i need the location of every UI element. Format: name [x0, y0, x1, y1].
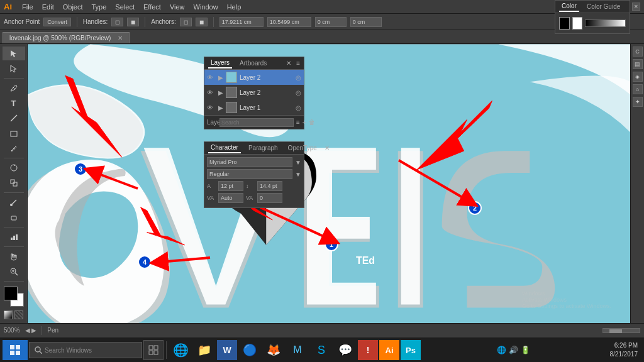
width-input[interactable] [219, 17, 264, 27]
layer-row-layer2-selected[interactable]: 👁 ▶ Layer 2 ◎ [204, 70, 304, 85]
eraser-tool[interactable] [3, 211, 25, 224]
layer-eye-1[interactable]: 👁 [207, 74, 216, 81]
task-view-button[interactable] [143, 340, 164, 360]
pen-tool[interactable] [3, 81, 25, 95]
paragraph-tab[interactable]: Paragraph [246, 143, 280, 153]
scale-tool[interactable] [3, 176, 25, 190]
menu-window[interactable]: Window [190, 2, 222, 12]
direct-selection-tool[interactable] [3, 62, 25, 75]
gradient-fill-icon[interactable] [4, 310, 13, 319]
taskbar-clock[interactable]: 6:26 PM 8/21/2017 [610, 341, 642, 359]
right-panel-icon-5[interactable]: ✦ [633, 97, 643, 107]
chrome-icon[interactable]: 🔵 [238, 340, 261, 360]
font-style-dropdown[interactable]: ▼ [295, 171, 301, 178]
color-tab[interactable]: Color [559, 1, 579, 12]
menu-type[interactable]: Type [88, 2, 111, 12]
start-button[interactable] [3, 340, 28, 360]
zoom-tool[interactable] [3, 265, 25, 278]
font-style-input[interactable] [207, 169, 292, 179]
layer-eye-3[interactable]: 👁 [207, 104, 216, 111]
pencil-tool[interactable] [3, 141, 25, 155]
layers-add-icon[interactable]: + [303, 119, 306, 126]
x-input[interactable] [315, 17, 347, 27]
right-panel-icon-4[interactable]: ⌂ [633, 84, 643, 94]
type-tool[interactable]: T [3, 96, 25, 110]
character-panel-close[interactable]: ✕ [325, 145, 330, 151]
height-input[interactable] [267, 17, 311, 27]
menu-file[interactable]: File [18, 2, 37, 12]
handles-option-2[interactable]: ◼ [127, 18, 139, 26]
graph-tool[interactable] [3, 230, 25, 244]
tab-close-icon[interactable]: ✕ [118, 35, 123, 41]
menu-object[interactable]: Object [59, 2, 87, 12]
font-size-input[interactable] [218, 181, 243, 191]
menu-edit[interactable]: Edit [38, 2, 58, 12]
rectangle-tool[interactable] [3, 126, 25, 140]
artboards-tab[interactable]: Artboards [237, 58, 269, 68]
close-button[interactable]: ✕ [632, 3, 640, 11]
color-swatch-black[interactable] [559, 17, 570, 30]
right-panel-icon-1[interactable]: C [633, 47, 643, 57]
menu-select[interactable]: Select [111, 2, 138, 12]
foreground-color-swatch[interactable] [4, 287, 18, 300]
anchors-option-1[interactable]: ◻ [180, 18, 192, 26]
color-swatches[interactable] [4, 287, 24, 307]
app-icon-red[interactable]: ! [358, 340, 378, 360]
character-tab[interactable]: Character [208, 143, 241, 153]
layer-eye-2[interactable]: 👁 [207, 89, 216, 96]
convert-button[interactable]: Convert [43, 18, 71, 26]
status-arrows[interactable]: ◀ ▶ [25, 327, 37, 334]
color-guide-tab[interactable]: Color Guide [584, 2, 623, 11]
rotate-tool[interactable] [3, 161, 25, 175]
line-tool[interactable] [3, 111, 25, 125]
ie-icon[interactable]: 🌐 [169, 340, 192, 360]
layer-target-2[interactable]: ◎ [296, 89, 301, 96]
malwarebytes-icon[interactable]: M [286, 340, 309, 360]
layers-menu-icon[interactable]: ≡ [296, 119, 300, 126]
menu-effect[interactable]: Effect [140, 2, 165, 12]
right-panel-icon-2[interactable]: ▤ [633, 59, 643, 69]
line-icon[interactable]: 💬 [334, 340, 357, 360]
font-family-input[interactable] [207, 157, 292, 167]
word-icon[interactable]: W [217, 340, 237, 360]
paintbrush-tool[interactable] [3, 195, 25, 209]
illustrator-taskbar-icon[interactable]: Ai [379, 340, 399, 360]
anchors-option-2[interactable]: ◼ [196, 18, 208, 26]
layer-row-layer1[interactable]: 👁 ▶ Layer 1 ◎ [204, 100, 304, 115]
kerning-input[interactable] [257, 193, 282, 203]
menu-view[interactable]: View [166, 2, 189, 12]
layer-row-layer2[interactable]: 👁 ▶ Layer 2 ◎ [204, 85, 304, 100]
document-tab[interactable]: lovenak.jpg @ 500% (RGB/Preview) ✕ [3, 32, 130, 43]
taskbar-search[interactable]: Search Windows [29, 342, 142, 358]
canvas-area[interactable]: TEd [28, 44, 630, 334]
leading-input[interactable] [257, 181, 282, 191]
layers-panel-menu[interactable]: ≡ [296, 60, 300, 67]
layer-target-1[interactable]: ◎ [296, 74, 301, 81]
layer-expand-3[interactable]: ▶ [218, 104, 223, 111]
no-fill-icon[interactable] [14, 310, 23, 319]
photoshop-taskbar-icon[interactable]: Ps [401, 340, 421, 360]
layer-expand-2[interactable]: ▶ [218, 89, 223, 96]
firefox-icon[interactable]: 🦊 [262, 340, 285, 360]
hand-tool[interactable] [3, 250, 25, 263]
skype-icon[interactable]: S [310, 340, 333, 360]
layer-target-3[interactable]: ◎ [296, 104, 301, 111]
svg-rect-22 [10, 351, 14, 355]
layers-delete-icon[interactable]: 🗑 [309, 119, 315, 126]
right-panel-icon-3[interactable]: ◈ [633, 72, 643, 82]
folder-icon[interactable]: 📁 [193, 340, 216, 360]
horizontal-scrollbar[interactable] [602, 328, 640, 333]
font-size-row: A ↕ [207, 181, 301, 191]
layers-tab[interactable]: Layers [208, 58, 232, 69]
selection-tool[interactable] [3, 47, 25, 60]
color-swatch-white[interactable] [572, 17, 583, 30]
layer-expand-1[interactable]: ▶ [218, 74, 223, 81]
opentype-tab[interactable]: OpenType [286, 143, 319, 153]
font-family-dropdown[interactable]: ▼ [295, 159, 301, 166]
handles-option-1[interactable]: ◻ [111, 18, 123, 26]
menu-help[interactable]: Help [223, 2, 245, 12]
layers-search-input[interactable] [219, 118, 294, 127]
layers-panel-close[interactable]: ✕ [286, 60, 291, 67]
y-input[interactable] [350, 17, 382, 27]
tracking-input[interactable] [218, 193, 243, 203]
